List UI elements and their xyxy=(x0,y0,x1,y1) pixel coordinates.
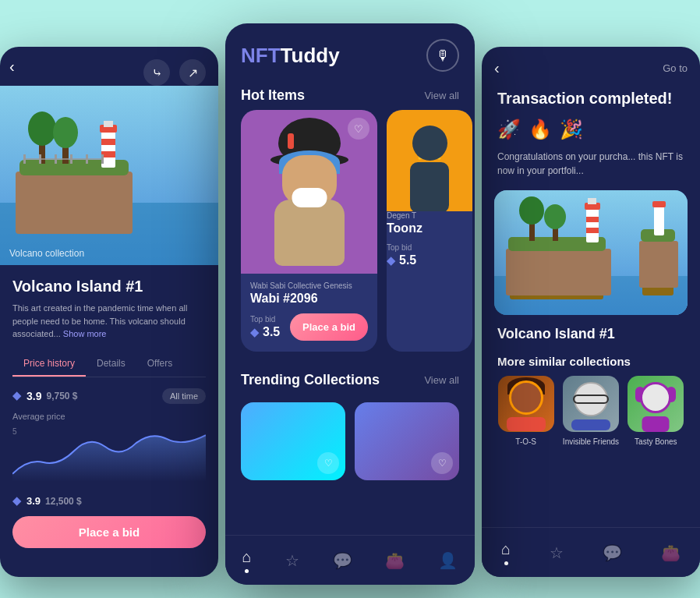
svg-rect-33 xyxy=(586,217,599,222)
app-header: NFTTuddy 🎙 xyxy=(225,23,475,80)
wabi-body xyxy=(274,200,345,266)
svg-rect-11 xyxy=(104,121,113,127)
svg-rect-3 xyxy=(16,172,133,234)
similar-grid: T-O-S Invisible Friends xyxy=(482,376,700,447)
right-nav-dot xyxy=(504,561,508,565)
svg-point-6 xyxy=(28,111,56,146)
bottom-price: 3.9 12,500 $ xyxy=(12,494,206,508)
toonz-collection: Degen T xyxy=(387,211,472,220)
center-card: NFTTuddy 🎙 Hot Items View all ♡ xyxy=(225,23,475,585)
svg-rect-36 xyxy=(639,241,678,288)
chat-icon: 💬 xyxy=(333,551,352,570)
svg-rect-30 xyxy=(586,207,599,242)
detail-tabs: Price history Details Offers xyxy=(12,352,206,377)
wabi-controller xyxy=(292,188,327,207)
share-icon: ⤷ xyxy=(152,65,162,80)
mic-button[interactable]: 🎙 xyxy=(426,39,459,72)
scene: ‹ ⤷ ↗ xyxy=(0,0,700,598)
show-more-link[interactable]: Show more xyxy=(63,329,107,338)
svg-point-8 xyxy=(53,117,78,148)
wabi-bid-row: Top bid 3.5 Place a bid xyxy=(250,313,368,341)
svg-rect-32 xyxy=(588,198,596,204)
goto-button[interactable]: Go to xyxy=(663,62,688,74)
hot-items-scroll: ♡ Wabi Sabi Collective Genesis Wabi #209… xyxy=(225,110,475,364)
external-button[interactable]: ↗ xyxy=(179,59,206,86)
emoji-fire: 🔥 xyxy=(529,119,552,140)
trending-2-heart[interactable]: ♡ xyxy=(431,452,453,474)
view-all-trending[interactable]: View all xyxy=(424,374,459,386)
tasty-bones-thumb xyxy=(628,376,684,432)
tab-offers[interactable]: Offers xyxy=(136,352,183,377)
wabi-name: Wabi #2096 xyxy=(250,292,368,306)
wabi-heart[interactable]: ♡ xyxy=(348,118,369,140)
similar-item-invisible[interactable]: Invisible Friends xyxy=(562,376,619,447)
mic-icon: 🎙 xyxy=(436,48,450,64)
tab-details[interactable]: Details xyxy=(86,352,136,377)
similar-item-tos[interactable]: T-O-S xyxy=(497,376,554,447)
price-row: 3.9 9,750 $ All time xyxy=(12,388,206,404)
nav-home[interactable]: ⌂ xyxy=(242,548,251,573)
left-header: ‹ ⤷ ↗ xyxy=(0,47,218,86)
left-card: ‹ ⤷ ↗ xyxy=(0,47,218,577)
app-title-tuddy: Tuddy xyxy=(281,44,340,67)
chart-label-5: 5 xyxy=(12,427,17,436)
emoji-rocket: 🚀 xyxy=(497,119,521,140)
price-eth: 3.9 9,750 $ xyxy=(12,389,78,403)
profile-icon: 👤 xyxy=(438,551,458,570)
nav-star[interactable]: ☆ xyxy=(285,551,299,570)
right-home-icon: ⌂ xyxy=(501,540,511,558)
nav-wallet[interactable]: 👛 xyxy=(385,551,405,570)
invisible-label: Invisible Friends xyxy=(563,437,619,447)
similar-item-tasty-bones[interactable]: Tasty Bones xyxy=(628,376,684,447)
right-star-icon: ☆ xyxy=(550,543,564,562)
bottom-price-usd: 12,500 $ xyxy=(45,496,82,507)
right-nav-home[interactable]: ⌂ xyxy=(501,540,511,565)
back-button[interactable]: ‹ xyxy=(9,58,34,83)
wabi-image: ♡ xyxy=(241,110,377,274)
right-wallet-icon: 👛 xyxy=(661,543,681,562)
nav-chat[interactable]: 💬 xyxy=(333,551,352,570)
hat-stripe xyxy=(288,133,294,149)
right-nav-chat[interactable]: 💬 xyxy=(603,543,622,562)
svg-rect-38 xyxy=(654,206,664,235)
right-back-button[interactable]: ‹ xyxy=(494,59,500,77)
eth-icon xyxy=(12,389,22,403)
nft-title: Volcano Island #1 xyxy=(12,278,206,295)
toonz-eth xyxy=(387,253,396,267)
nft-image: Volcano collection xyxy=(0,86,218,265)
wabi-place-bid[interactable]: Place a bid xyxy=(290,313,368,341)
right-chat-icon: 💬 xyxy=(603,543,622,562)
trending-card-1[interactable]: ♡ xyxy=(241,402,345,480)
place-bid-button[interactable]: Place a bid xyxy=(12,516,206,548)
inv-figure xyxy=(563,376,619,432)
nav-profile[interactable]: 👤 xyxy=(438,551,458,570)
right-nav-wallet[interactable]: 👛 xyxy=(661,543,681,562)
tab-price-history[interactable]: Price history xyxy=(12,352,86,377)
right-nav-star[interactable]: ☆ xyxy=(550,543,564,562)
similar-title: More similar collections xyxy=(482,345,700,376)
tos-body xyxy=(507,417,546,431)
tos-label: T-O-S xyxy=(515,437,536,447)
app-title: NFTTuddy xyxy=(241,44,340,68)
view-all-hot[interactable]: View all xyxy=(424,90,459,101)
trending-card-2[interactable]: ♡ xyxy=(355,402,459,480)
wabi-info: Wabi Sabi Collective Genesis Wabi #2096 … xyxy=(241,274,377,341)
star-icon: ☆ xyxy=(285,551,299,570)
trending-header: Trending Collections View all xyxy=(225,364,475,395)
left-content: Volcano Island #1 This art created in th… xyxy=(0,265,218,561)
nav-active-dot xyxy=(245,569,249,573)
tos-figure xyxy=(498,376,554,432)
trending-title: Trending Collections xyxy=(241,372,380,388)
emoji-row: 🚀 🔥 🎉 xyxy=(482,112,700,147)
skeleton-figure xyxy=(628,376,684,432)
nft-card-toonz: ⭐ Degen T Toonz Top bid 5.5 xyxy=(387,110,472,352)
wabi-collection: Wabi Sabi Collective Genesis xyxy=(250,281,368,290)
svg-rect-24 xyxy=(506,249,611,295)
tos-thumb xyxy=(498,376,554,432)
eth-icon-bottom xyxy=(12,494,22,508)
time-filter-badge[interactable]: All time xyxy=(162,388,206,404)
share-button[interactable]: ⤷ xyxy=(143,59,170,86)
tos-head xyxy=(509,380,543,415)
trending-1-heart[interactable]: ♡ xyxy=(317,452,339,474)
right-header: ‹ Go to xyxy=(482,47,700,83)
